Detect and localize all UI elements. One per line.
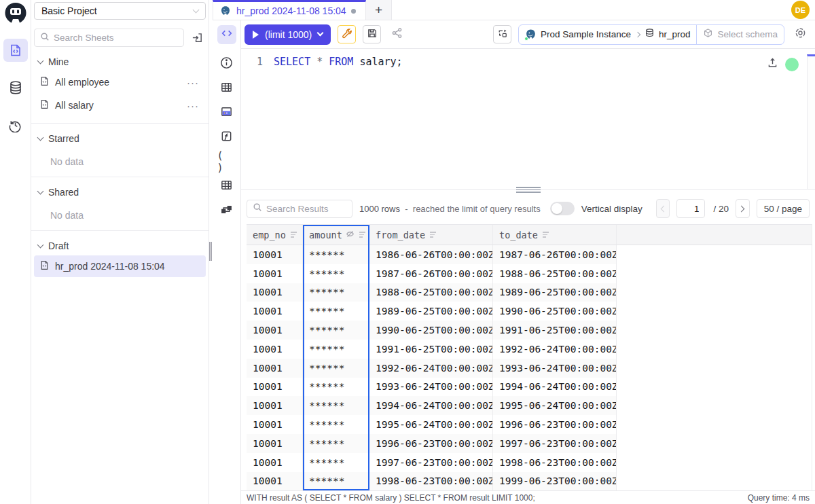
table-row[interactable]: 10001 ****** 1987-06-26T00:00:00Z 1988-0…: [247, 264, 812, 283]
cell-to-date[interactable]: 1988-06-25T00:00:00Z: [493, 264, 617, 283]
table-row[interactable]: 10001 ****** 1998-06-23T00:00:00Z 1999-0…: [247, 472, 812, 490]
cell-amount-masked[interactable]: ******: [303, 245, 369, 264]
cell-to-date[interactable]: 1995-06-24T00:00:00Z: [493, 396, 617, 415]
page-size-select[interactable]: 50 / page: [757, 199, 810, 218]
new-tab-button[interactable]: +: [366, 0, 392, 20]
more-actions-icon[interactable]: ···: [184, 100, 202, 111]
cell-from-date[interactable]: 1989-06-25T00:00:00Z: [369, 302, 493, 321]
vertical-display-toggle[interactable]: [550, 202, 575, 215]
table-list-button[interactable]: [217, 79, 236, 98]
cell-to-date[interactable]: 1992-06-24T00:00:00Z: [493, 340, 617, 359]
cell-emp-no[interactable]: 10001: [247, 415, 303, 434]
cell-from-date[interactable]: 1990-06-25T00:00:00Z: [369, 321, 493, 340]
results-search-box[interactable]: [247, 200, 352, 218]
nav-worksheet[interactable]: [3, 39, 28, 62]
sort-icon[interactable]: [543, 232, 549, 238]
cell-from-date[interactable]: 1998-06-23T00:00:00Z: [369, 472, 493, 490]
cell-to-date[interactable]: 1990-06-25T00:00:00Z: [493, 302, 617, 321]
table-row[interactable]: 10001 ****** 1992-06-24T00:00:00Z 1993-0…: [247, 359, 812, 378]
section-draft[interactable]: Draft: [31, 231, 209, 254]
ai-assistant-button[interactable]: [791, 25, 810, 43]
cell-emp-no[interactable]: 10001: [247, 472, 303, 490]
cell-to-date[interactable]: 1999-06-23T00:00:00Z: [493, 472, 617, 490]
run-query-button[interactable]: (limit 1000): [244, 24, 331, 45]
cell-amount-masked[interactable]: ******: [303, 283, 369, 302]
format-sql-button[interactable]: [338, 25, 356, 43]
schema-table-button[interactable]: [217, 177, 236, 196]
column-header-from-date[interactable]: from_date: [369, 225, 493, 245]
cell-from-date[interactable]: 1996-06-23T00:00:00Z: [369, 434, 493, 453]
cell-emp-no[interactable]: 10001: [247, 283, 303, 302]
cell-amount-masked[interactable]: ******: [303, 415, 369, 434]
sort-icon[interactable]: [291, 232, 297, 238]
share-sheet-button[interactable]: [388, 25, 406, 43]
cell-from-date[interactable]: 1997-06-23T00:00:00Z: [369, 453, 493, 472]
sql-code-editor[interactable]: 1 SELECT * FROM salary;: [241, 49, 815, 189]
cell-amount-masked[interactable]: ******: [303, 378, 369, 397]
next-page-button[interactable]: [736, 199, 750, 218]
table-row[interactable]: 10001 ****** 1997-06-23T00:00:00Z 1998-0…: [247, 453, 812, 472]
nav-database[interactable]: [3, 76, 28, 99]
column-header-amount[interactable]: amount: [303, 225, 369, 245]
sheet-item-all-employee[interactable]: All employee ···: [34, 71, 206, 93]
cell-to-date[interactable]: 1994-06-24T00:00:00Z: [493, 378, 617, 397]
cell-emp-no[interactable]: 10001: [247, 453, 303, 472]
column-header-to-date[interactable]: to_date: [493, 225, 617, 245]
tab-hr-prod[interactable]: hr_prod 2024-11-08 15:04: [213, 0, 366, 20]
results-search-input[interactable]: [266, 204, 346, 214]
cell-to-date[interactable]: 1998-06-23T00:00:00Z: [493, 453, 617, 472]
table-row[interactable]: 10001 ****** 1993-06-24T00:00:00Z 1994-0…: [247, 378, 812, 397]
cell-to-date[interactable]: 1987-06-26T00:00:00Z: [493, 245, 617, 264]
prev-page-button[interactable]: [656, 199, 670, 218]
cell-to-date[interactable]: 1991-06-25T00:00:00Z: [493, 321, 617, 340]
sheet-search-box[interactable]: [34, 29, 184, 47]
table-row[interactable]: 10001 ****** 1986-06-26T00:00:00Z 1987-0…: [247, 245, 812, 264]
cell-from-date[interactable]: 1991-06-25T00:00:00Z: [369, 340, 493, 359]
sidebar-resizer[interactable]: [209, 0, 213, 504]
code-line[interactable]: SELECT * FROM salary;: [274, 49, 815, 189]
table-row[interactable]: 10001 ****** 1994-06-24T00:00:00Z 1995-0…: [247, 396, 812, 415]
info-button[interactable]: [217, 54, 236, 73]
sort-icon[interactable]: [430, 232, 436, 238]
page-number-input[interactable]: [676, 199, 705, 218]
upload-icon[interactable]: [767, 57, 778, 71]
cell-from-date[interactable]: 1995-06-24T00:00:00Z: [369, 415, 493, 434]
cell-amount-masked[interactable]: ******: [303, 434, 369, 453]
cell-to-date[interactable]: 1993-06-24T00:00:00Z: [493, 359, 617, 378]
import-sheet-icon[interactable]: [188, 29, 206, 47]
column-header-emp-no[interactable]: emp_no: [247, 225, 303, 245]
user-avatar[interactable]: DE: [791, 1, 810, 19]
section-starred[interactable]: Starred: [31, 124, 209, 147]
save-sheet-button[interactable]: [363, 25, 381, 43]
cell-emp-no[interactable]: 10001: [247, 396, 303, 415]
cell-emp-no[interactable]: 10001: [247, 359, 303, 378]
cell-emp-no[interactable]: 10001: [247, 321, 303, 340]
cell-amount-masked[interactable]: ******: [303, 396, 369, 415]
cell-from-date[interactable]: 1994-06-24T00:00:00Z: [369, 396, 493, 415]
cell-amount-masked[interactable]: ******: [303, 264, 369, 283]
cell-amount-masked[interactable]: ******: [303, 302, 369, 321]
table-row[interactable]: 10001 ****** 1988-06-25T00:00:00Z 1989-0…: [247, 283, 812, 302]
table-row[interactable]: 10001 ****** 1990-06-25T00:00:00Z 1991-0…: [247, 321, 812, 340]
cell-emp-no[interactable]: 10001: [247, 302, 303, 321]
cell-amount-masked[interactable]: ******: [303, 453, 369, 472]
cell-from-date[interactable]: 1992-06-24T00:00:00Z: [369, 359, 493, 378]
sheet-item-draft-hr-prod[interactable]: hr_prod 2024-11-08 15:04: [34, 255, 206, 277]
sheet-search-input[interactable]: [54, 33, 178, 43]
schema-diagram-button[interactable]: [217, 201, 236, 220]
parentheses-button[interactable]: ( ): [217, 152, 236, 171]
more-actions-icon[interactable]: ···: [184, 77, 202, 88]
sheet-item-all-salary[interactable]: All salary ···: [34, 94, 206, 116]
section-mine[interactable]: Mine: [31, 47, 209, 70]
connection-instance-db[interactable]: Prod Sample Instance hr_prod: [519, 25, 696, 44]
cell-amount-masked[interactable]: ******: [303, 340, 369, 359]
cell-amount-masked[interactable]: ******: [303, 321, 369, 340]
cell-amount-masked[interactable]: ******: [303, 472, 369, 490]
table-row[interactable]: 10001 ****** 1995-06-24T00:00:00Z 1996-0…: [247, 415, 812, 434]
cell-emp-no[interactable]: 10001: [247, 340, 303, 359]
cell-to-date[interactable]: 1996-06-23T00:00:00Z: [493, 415, 617, 434]
select-connection-button[interactable]: [493, 25, 511, 43]
project-select[interactable]: Basic Project: [34, 2, 206, 20]
cell-emp-no[interactable]: 10001: [247, 245, 303, 264]
cell-emp-no[interactable]: 10001: [247, 434, 303, 453]
